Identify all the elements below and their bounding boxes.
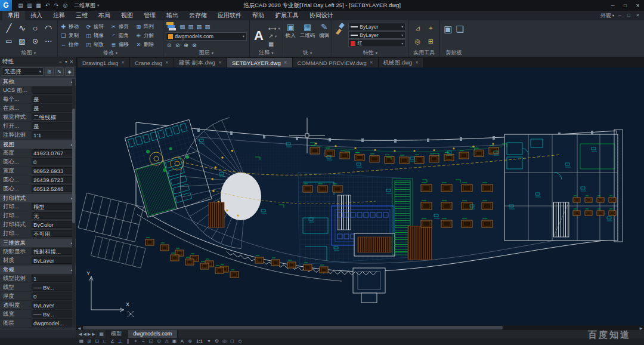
color-control[interactable]: 红▾ — [348, 39, 405, 47]
scrollbar-thumb[interactable] — [83, 326, 503, 329]
scroll-left-icon[interactable]: ◀ — [76, 326, 82, 330]
property-value[interactable]: 投射和接... — [32, 248, 74, 255]
workspace-switcher[interactable]: 二维草图 ▾ — [74, 2, 99, 10]
rectangle-icon[interactable]: ▭ — [5, 37, 12, 45]
layer-state-icon[interactable]: ▤ — [179, 23, 186, 30]
snap-icon[interactable]: ⊡ — [93, 338, 101, 345]
qr-code-button[interactable]: ▦二维码 — [300, 23, 315, 39]
doc-restore-button[interactable]: □ — [624, 13, 633, 18]
panel-label-annotate[interactable]: 注释▾ — [252, 49, 280, 57]
property-section-header-2[interactable]: 打印样式▴ — [0, 194, 76, 202]
trim-button[interactable]: ✂修剪 — [110, 23, 135, 30]
panel-label-draw[interactable]: 绘图▾ — [2, 49, 55, 57]
scale-caret-icon[interactable]: ▾ — [205, 338, 213, 345]
property-section-header-0[interactable]: 其他▴ — [0, 78, 76, 86]
property-value[interactable]: dwgmodel... — [32, 319, 74, 326]
appearance-label[interactable]: 外观 — [600, 12, 611, 20]
copy-clip-icon[interactable]: ❏ — [456, 24, 463, 35]
ribbon-tab-9[interactable]: 应用软件 — [212, 11, 247, 20]
arc-icon[interactable]: ◠ — [45, 23, 52, 33]
ribbon-tab-2[interactable]: 注释 — [48, 11, 70, 20]
layout-grid-icon[interactable]: ▦ — [98, 331, 106, 337]
otrack-icon[interactable]: ∥ — [124, 338, 132, 345]
layer-unisolate-icon[interactable]: ⊘ — [174, 42, 181, 48]
next-layout-icon[interactable]: ▶ — [88, 332, 91, 337]
close-icon[interactable]: ✕ — [284, 60, 287, 65]
ribbon-tab-3[interactable]: 三维 — [70, 11, 93, 20]
property-section-header-3[interactable]: 三维效果▴ — [0, 239, 76, 247]
array-button[interactable]: ⊞阵列 — [135, 23, 160, 30]
doc-close-button[interactable]: ✕ — [633, 13, 642, 18]
scale-button[interactable]: ◰缩放 — [85, 41, 110, 48]
app-logo-icon[interactable]: G — [0, 0, 12, 11]
close-icon[interactable]: ✕ — [121, 60, 125, 65]
property-value[interactable]: 41923.0767 — [32, 149, 74, 156]
panel-label-block[interactable]: 块▾ — [286, 49, 330, 57]
ribbon-tab-11[interactable]: 扩展工具 — [270, 11, 304, 20]
panel-label-modify[interactable]: 修改▾ — [60, 49, 160, 57]
autoscale-icon[interactable]: ⊕ — [186, 338, 194, 345]
calculator-icon[interactable]: ⊞ — [428, 38, 434, 45]
panel-settings-icon[interactable]: ▾ — [65, 59, 67, 64]
grid-icon[interactable]: ⊞ — [85, 338, 93, 345]
ribbon-tab-10[interactable]: 帮助 — [247, 11, 270, 20]
layer-properties-icon[interactable] — [166, 21, 177, 31]
fillet-button[interactable]: ◜圆角 — [110, 32, 135, 39]
properties-palette-header[interactable]: 特性 ⇔▾✕ — [0, 57, 76, 66]
dynamic-input-icon[interactable]: ⌖ — [132, 338, 140, 345]
units-icon[interactable]: ◻ — [228, 338, 236, 345]
drawing-viewport[interactable]: Y X — [76, 67, 644, 325]
leader-button[interactable]: ↗▾ — [268, 33, 280, 39]
panel-label-clipboard[interactable]: 剪贴板 — [442, 49, 465, 57]
layer-lock-icon[interactable]: ▧ — [196, 23, 203, 30]
model-space-icon[interactable]: ▦ — [78, 338, 85, 345]
osnap-icon[interactable]: ⊥ — [116, 338, 124, 345]
close-panel-icon[interactable]: ✕ — [70, 59, 73, 64]
minimize-button[interactable]: ─ — [606, 1, 619, 10]
ribbon-tab-12[interactable]: 协同设计 — [304, 11, 339, 20]
property-value[interactable]: 不可用 — [32, 230, 74, 237]
property-value[interactable]: 1 — [32, 275, 74, 282]
clean-screen-icon[interactable]: ◇ — [236, 338, 244, 345]
document-tab-5[interactable]: 机械图.dwg✕ — [379, 58, 424, 67]
match-properties-icon[interactable] — [335, 23, 345, 35]
annotation-scale[interactable]: 1:1 — [194, 338, 205, 345]
edit-block-button[interactable]: ✎编辑 — [319, 23, 329, 39]
property-value[interactable]: 60512.5248 — [32, 185, 74, 192]
explode-button[interactable]: ✳分解 — [135, 32, 160, 39]
workspace-gear-icon[interactable]: ⚙ — [213, 338, 221, 345]
lineweight-control[interactable]: ByLayer▾ — [348, 23, 405, 30]
line-icon[interactable]: ╱ — [7, 23, 11, 33]
panel-label-properties[interactable]: 特性▾ — [335, 49, 405, 57]
property-value[interactable]: 模型 — [32, 203, 74, 210]
selection-cycling-icon[interactable]: ⊙ — [155, 338, 163, 345]
open-file-icon[interactable]: ▥ — [26, 2, 33, 8]
property-value[interactable]: 二维线框 — [32, 113, 74, 121]
property-value[interactable]: ByColor — [32, 221, 74, 228]
ribbon-tab-8[interactable]: 云存储 — [184, 11, 212, 20]
offset-button[interactable]: ≣偏移 — [110, 41, 135, 48]
drawing-canvas[interactable]: Y X — [76, 67, 644, 325]
paste-icon[interactable]: ▣ — [444, 24, 452, 35]
more-draw-icon[interactable]: ⋯ — [45, 37, 52, 45]
polar-icon[interactable]: ∠ — [109, 338, 116, 345]
id-point-icon[interactable]: ◎ — [414, 38, 420, 45]
measure-icon[interactable]: ⊿ — [415, 24, 420, 32]
maximize-button[interactable]: □ — [619, 1, 631, 10]
polyline-icon[interactable]: ∿ — [18, 23, 26, 33]
redo-icon[interactable]: ↷ — [52, 2, 60, 8]
layer-freeze-icon[interactable]: ▥ — [187, 23, 194, 30]
document-tab-1[interactable]: Crane.dwg✕ — [130, 58, 174, 67]
property-value[interactable]: 0 — [32, 158, 74, 165]
ribbon-tab-1[interactable]: 插入 — [25, 11, 48, 20]
property-value[interactable]: 26439.6723 — [32, 176, 74, 183]
layout-tab-0[interactable]: 模型 — [106, 330, 128, 338]
ribbon-tab-5[interactable]: 视图 — [116, 11, 138, 20]
panel-label-layer[interactable]: 图层▾ — [166, 49, 247, 57]
layer-match-icon[interactable]: ⊕ — [182, 42, 190, 48]
plot-icon[interactable]: ◎ — [61, 2, 69, 8]
layout-tab-1[interactable]: dwgmodels.com — [128, 330, 178, 338]
ribbon-tab-6[interactable]: 管理 — [138, 11, 161, 20]
quick-select-icon[interactable]: ◈ — [65, 67, 74, 76]
horizontal-scrollbar[interactable]: ◀ ▶ — [76, 325, 644, 330]
